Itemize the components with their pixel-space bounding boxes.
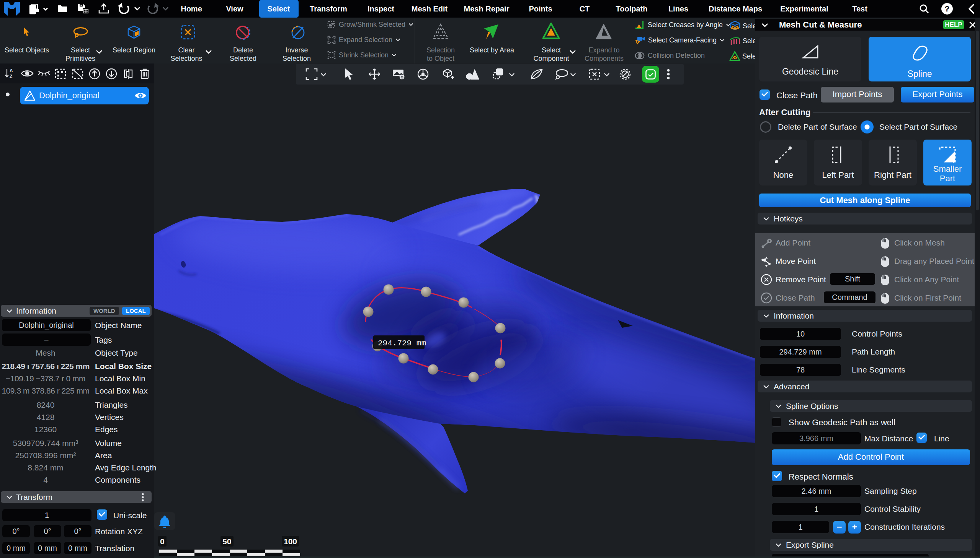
svg-text:?: ? [945,4,950,13]
svg-text:100: 100 [284,537,297,546]
svg-text:0: 0 [160,537,165,546]
svg-text:Z: Z [10,74,12,79]
svg-text:50: 50 [222,537,231,546]
svg-text:294.729 mm: 294.729 mm [378,339,426,348]
svg-text:A: A [10,68,13,74]
